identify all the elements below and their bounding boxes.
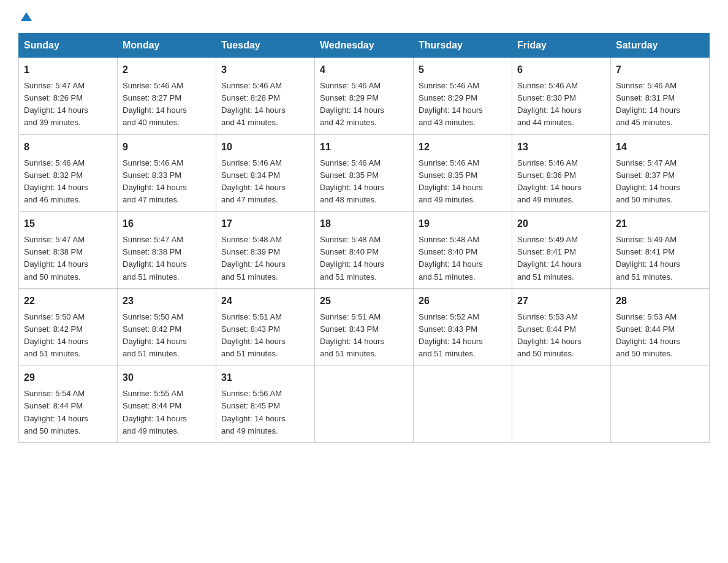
day-info: Sunrise: 5:46 AM Sunset: 8:27 PM Dayligh… xyxy=(123,80,211,129)
day-number: 13 xyxy=(517,140,605,155)
day-number: 23 xyxy=(123,294,211,308)
day-number: 18 xyxy=(320,216,408,231)
day-number: 27 xyxy=(517,294,605,308)
calendar-week-row: 29 Sunrise: 5:54 AM Sunset: 8:44 PM Dayl… xyxy=(19,366,710,443)
logo-general-row xyxy=(18,12,32,21)
day-info: Sunrise: 5:51 AM Sunset: 8:43 PM Dayligh… xyxy=(320,311,408,361)
day-info: Sunrise: 5:46 AM Sunset: 8:35 PM Dayligh… xyxy=(320,157,408,207)
day-number: 30 xyxy=(123,370,211,385)
calendar-cell: 11 Sunrise: 5:46 AM Sunset: 8:35 PM Dayl… xyxy=(315,134,414,212)
calendar-cell: 6 Sunrise: 5:46 AM Sunset: 8:30 PM Dayli… xyxy=(512,58,611,135)
day-number: 11 xyxy=(320,140,408,155)
day-number: 16 xyxy=(123,216,211,231)
day-info: Sunrise: 5:46 AM Sunset: 8:31 PM Dayligh… xyxy=(616,80,704,129)
day-info: Sunrise: 5:56 AM Sunset: 8:45 PM Dayligh… xyxy=(221,388,309,437)
day-number: 6 xyxy=(517,63,605,77)
calendar-cell: 18 Sunrise: 5:48 AM Sunset: 8:40 PM Dayl… xyxy=(315,212,414,289)
col-header-monday: Monday xyxy=(118,34,216,58)
calendar-cell: 14 Sunrise: 5:47 AM Sunset: 8:37 PM Dayl… xyxy=(611,134,710,212)
day-number: 31 xyxy=(221,370,309,385)
calendar-cell xyxy=(414,366,512,443)
calendar-week-row: 1 Sunrise: 5:47 AM Sunset: 8:26 PM Dayli… xyxy=(19,58,710,135)
day-number: 1 xyxy=(24,63,112,77)
calendar-cell: 30 Sunrise: 5:55 AM Sunset: 8:44 PM Dayl… xyxy=(118,366,216,443)
day-info: Sunrise: 5:51 AM Sunset: 8:43 PM Dayligh… xyxy=(221,311,309,361)
day-info: Sunrise: 5:47 AM Sunset: 8:37 PM Dayligh… xyxy=(616,157,704,207)
day-number: 5 xyxy=(419,63,507,77)
day-info: Sunrise: 5:49 AM Sunset: 8:41 PM Dayligh… xyxy=(517,234,605,283)
calendar-cell: 17 Sunrise: 5:48 AM Sunset: 8:39 PM Dayl… xyxy=(216,212,315,289)
calendar-week-row: 15 Sunrise: 5:47 AM Sunset: 8:38 PM Dayl… xyxy=(19,212,710,289)
calendar-cell: 23 Sunrise: 5:50 AM Sunset: 8:42 PM Dayl… xyxy=(118,288,216,366)
calendar-cell: 13 Sunrise: 5:46 AM Sunset: 8:36 PM Dayl… xyxy=(512,134,611,212)
calendar-cell xyxy=(611,366,710,443)
page-header xyxy=(18,12,710,21)
day-info: Sunrise: 5:53 AM Sunset: 8:44 PM Dayligh… xyxy=(616,311,704,361)
calendar-cell: 15 Sunrise: 5:47 AM Sunset: 8:38 PM Dayl… xyxy=(19,212,118,289)
calendar-cell: 31 Sunrise: 5:56 AM Sunset: 8:45 PM Dayl… xyxy=(216,366,315,443)
day-info: Sunrise: 5:48 AM Sunset: 8:39 PM Dayligh… xyxy=(221,234,309,283)
day-number: 2 xyxy=(123,63,211,77)
day-info: Sunrise: 5:47 AM Sunset: 8:38 PM Dayligh… xyxy=(123,234,211,283)
day-number: 14 xyxy=(616,140,704,155)
calendar-cell: 26 Sunrise: 5:52 AM Sunset: 8:43 PM Dayl… xyxy=(414,288,512,366)
day-info: Sunrise: 5:55 AM Sunset: 8:44 PM Dayligh… xyxy=(123,388,211,437)
day-info: Sunrise: 5:48 AM Sunset: 8:40 PM Dayligh… xyxy=(320,234,408,283)
col-header-saturday: Saturday xyxy=(611,34,710,58)
calendar-cell: 19 Sunrise: 5:48 AM Sunset: 8:40 PM Dayl… xyxy=(414,212,512,289)
col-header-sunday: Sunday xyxy=(19,34,118,58)
day-info: Sunrise: 5:47 AM Sunset: 8:38 PM Dayligh… xyxy=(24,234,112,283)
calendar-cell: 10 Sunrise: 5:46 AM Sunset: 8:34 PM Dayl… xyxy=(216,134,315,212)
day-number: 26 xyxy=(419,294,507,308)
day-info: Sunrise: 5:46 AM Sunset: 8:36 PM Dayligh… xyxy=(517,157,605,207)
day-info: Sunrise: 5:49 AM Sunset: 8:41 PM Dayligh… xyxy=(616,234,704,283)
day-info: Sunrise: 5:46 AM Sunset: 8:33 PM Dayligh… xyxy=(123,157,211,207)
calendar-cell: 16 Sunrise: 5:47 AM Sunset: 8:38 PM Dayl… xyxy=(118,212,216,289)
calendar-header-row: SundayMondayTuesdayWednesdayThursdayFrid… xyxy=(19,34,710,58)
day-number: 4 xyxy=(320,63,408,77)
day-number: 3 xyxy=(221,63,309,77)
day-info: Sunrise: 5:46 AM Sunset: 8:35 PM Dayligh… xyxy=(419,157,507,207)
day-number: 20 xyxy=(517,216,605,231)
day-number: 19 xyxy=(419,216,507,231)
day-info: Sunrise: 5:47 AM Sunset: 8:26 PM Dayligh… xyxy=(24,80,112,129)
day-number: 17 xyxy=(221,216,309,231)
day-info: Sunrise: 5:46 AM Sunset: 8:32 PM Dayligh… xyxy=(24,157,112,207)
calendar-cell: 22 Sunrise: 5:50 AM Sunset: 8:42 PM Dayl… xyxy=(19,288,118,366)
day-info: Sunrise: 5:46 AM Sunset: 8:30 PM Dayligh… xyxy=(517,80,605,129)
day-number: 28 xyxy=(616,294,704,308)
calendar-cell: 12 Sunrise: 5:46 AM Sunset: 8:35 PM Dayl… xyxy=(414,134,512,212)
calendar-cell: 2 Sunrise: 5:46 AM Sunset: 8:27 PM Dayli… xyxy=(118,58,216,135)
calendar-cell: 24 Sunrise: 5:51 AM Sunset: 8:43 PM Dayl… xyxy=(216,288,315,366)
day-number: 21 xyxy=(616,216,704,231)
day-number: 12 xyxy=(419,140,507,155)
day-info: Sunrise: 5:53 AM Sunset: 8:44 PM Dayligh… xyxy=(517,311,605,361)
day-number: 22 xyxy=(24,294,112,308)
logo-arrow-icon xyxy=(21,12,32,21)
day-info: Sunrise: 5:48 AM Sunset: 8:40 PM Dayligh… xyxy=(419,234,507,283)
calendar-cell: 29 Sunrise: 5:54 AM Sunset: 8:44 PM Dayl… xyxy=(19,366,118,443)
calendar-cell xyxy=(315,366,414,443)
logo xyxy=(18,12,32,21)
day-number: 25 xyxy=(320,294,408,308)
day-info: Sunrise: 5:50 AM Sunset: 8:42 PM Dayligh… xyxy=(24,311,112,361)
col-header-wednesday: Wednesday xyxy=(315,34,414,58)
calendar-cell: 8 Sunrise: 5:46 AM Sunset: 8:32 PM Dayli… xyxy=(19,134,118,212)
calendar-cell: 21 Sunrise: 5:49 AM Sunset: 8:41 PM Dayl… xyxy=(611,212,710,289)
calendar-cell: 1 Sunrise: 5:47 AM Sunset: 8:26 PM Dayli… xyxy=(19,58,118,135)
calendar-cell: 25 Sunrise: 5:51 AM Sunset: 8:43 PM Dayl… xyxy=(315,288,414,366)
calendar-cell: 3 Sunrise: 5:46 AM Sunset: 8:28 PM Dayli… xyxy=(216,58,315,135)
day-number: 24 xyxy=(221,294,309,308)
day-number: 15 xyxy=(24,216,112,231)
calendar-cell: 9 Sunrise: 5:46 AM Sunset: 8:33 PM Dayli… xyxy=(118,134,216,212)
day-info: Sunrise: 5:46 AM Sunset: 8:29 PM Dayligh… xyxy=(320,80,408,129)
day-info: Sunrise: 5:52 AM Sunset: 8:43 PM Dayligh… xyxy=(419,311,507,361)
day-number: 10 xyxy=(221,140,309,155)
col-header-tuesday: Tuesday xyxy=(216,34,315,58)
calendar-cell: 4 Sunrise: 5:46 AM Sunset: 8:29 PM Dayli… xyxy=(315,58,414,135)
calendar-cell: 7 Sunrise: 5:46 AM Sunset: 8:31 PM Dayli… xyxy=(611,58,710,135)
calendar-table: SundayMondayTuesdayWednesdayThursdayFrid… xyxy=(18,33,710,443)
calendar-cell: 20 Sunrise: 5:49 AM Sunset: 8:41 PM Dayl… xyxy=(512,212,611,289)
calendar-cell: 5 Sunrise: 5:46 AM Sunset: 8:29 PM Dayli… xyxy=(414,58,512,135)
day-info: Sunrise: 5:46 AM Sunset: 8:28 PM Dayligh… xyxy=(221,80,309,129)
